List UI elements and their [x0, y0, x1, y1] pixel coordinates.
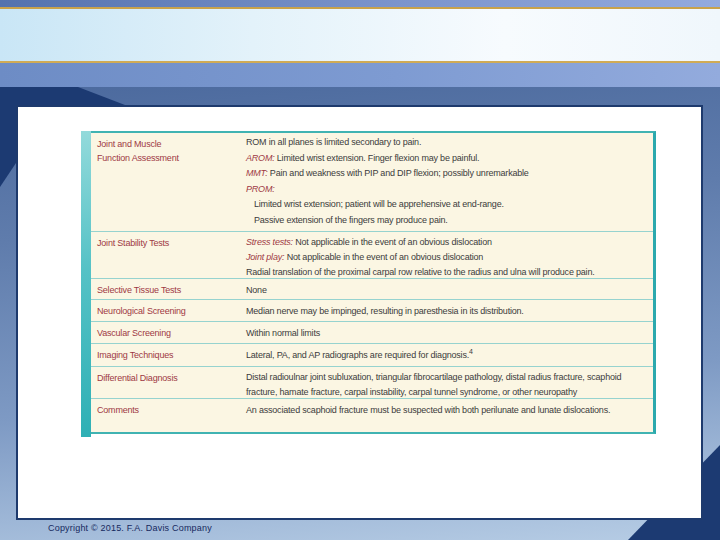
table-text-line: Passive extension of the fingers may pro…	[246, 213, 647, 229]
content-cell: Lateral, PA, and AP radiographs are requ…	[246, 344, 653, 366]
highlight-band	[0, 9, 720, 61]
line-text: Not applicable in the event of an obviou…	[295, 237, 492, 247]
content-cell: ROM in all planes is limited secondary t…	[246, 133, 653, 231]
category-cell: Imaging Techniques	[91, 344, 246, 366]
table-row: Joint and Muscle Function Assessment ROM…	[91, 133, 653, 232]
line-text: Limited wrist extension. Finger flexion …	[277, 153, 480, 163]
category-cell: Neurological Screening	[91, 300, 246, 321]
top-accent-bar	[0, 0, 720, 7]
line-text: Lateral, PA, and AP radiographs are requ…	[246, 350, 469, 360]
line-lead-label: MMT:	[246, 168, 270, 178]
table-text-line: MMT: Pain and weakness with PIP and DIP …	[246, 166, 647, 182]
line-lead-label: Stress tests:	[246, 237, 295, 247]
category-cell: Comments	[91, 399, 246, 425]
line-text: Radial translation of the proximal carpa…	[246, 267, 595, 277]
table-text-line: ROM in all planes is limited secondary t…	[246, 135, 647, 151]
content-cell: Within normal limits	[246, 322, 653, 343]
line-text: Not applicable in the event of an obviou…	[287, 252, 484, 262]
assessment-table-rows: Joint and Muscle Function Assessment ROM…	[91, 133, 653, 425]
table-text-line: None	[246, 283, 647, 298]
table-text-line: Limited wrist extension; patient will be…	[246, 197, 647, 213]
line-text: Passive extension of the fingers may pro…	[254, 215, 448, 225]
line-lead-label: PROM:	[246, 184, 275, 194]
reference-superscript: 4	[469, 348, 473, 355]
table-row: Imaging Techniques Lateral, PA, and AP r…	[91, 344, 653, 367]
content-cell: Distal radioulnar joint subluxation, tri…	[246, 367, 653, 398]
content-cell: An associated scaphoid fracture must be …	[246, 399, 653, 425]
table-text-line: AROM: Limited wrist extension. Finger fl…	[246, 151, 647, 167]
category-cell: Joint Stability Tests	[91, 232, 246, 278]
category-cell: Differential Diagnosis	[91, 367, 246, 398]
line-lead-label: AROM:	[246, 153, 277, 163]
table-text-line: Radial translation of the proximal carpa…	[246, 265, 647, 279]
content-cell: Median nerve may be impinged, resulting …	[246, 300, 653, 321]
table-row: Vascular Screening Within normal limits	[91, 322, 653, 344]
table-row: Comments An associated scaphoid fracture…	[91, 399, 653, 425]
line-text: An associated scaphoid fracture must be …	[246, 405, 610, 415]
table-text-line: Distal radioulnar joint subluxation, tri…	[246, 370, 647, 399]
table-text-line: Within normal limits	[246, 326, 647, 341]
content-cell: None	[246, 279, 653, 299]
category-cell: Vascular Screening	[91, 322, 246, 343]
table-text-line: Stress tests: Not applicable in the even…	[246, 235, 647, 250]
line-text: Pain and weakness with PIP and DIP flexi…	[270, 168, 529, 178]
table-text-line: Median nerve may be impinged, resulting …	[246, 304, 647, 319]
table-row: Selective Tissue Tests None	[91, 279, 653, 300]
table-row: Joint Stability Tests Stress tests: Not …	[91, 232, 653, 279]
assessment-table: Joint and Muscle Function Assessment ROM…	[91, 131, 656, 434]
slide: { "slide": { "copyright": "Copyright © 2…	[0, 0, 720, 540]
line-lead-label: Joint play:	[246, 252, 287, 262]
table-text-line: PROM:	[246, 182, 647, 198]
table-accent-bar	[81, 131, 91, 437]
category-cell: Joint and Muscle Function Assessment	[91, 133, 246, 231]
copyright-text: Copyright © 2015. F.A. Davis Company	[48, 523, 212, 533]
table-row: Differential Diagnosis Distal radioulnar…	[91, 367, 653, 399]
content-cell: Stress tests: Not applicable in the even…	[246, 232, 653, 278]
line-text: Limited wrist extension; patient will be…	[254, 199, 504, 209]
line-text: None	[246, 285, 267, 295]
table-text-line: An associated scaphoid fracture must be …	[246, 403, 647, 418]
header-band	[0, 63, 720, 87]
line-text: Median nerve may be impinged, resulting …	[246, 306, 524, 316]
category-cell: Selective Tissue Tests	[91, 279, 246, 299]
table-text-line: Lateral, PA, and AP radiographs are requ…	[246, 348, 647, 363]
table-row: Neurological Screening Median nerve may …	[91, 300, 653, 322]
table-text-line: Joint play: Not applicable in the event …	[246, 250, 647, 265]
line-text: ROM in all planes is limited secondary t…	[246, 137, 421, 147]
line-text: Within normal limits	[246, 328, 320, 338]
line-text: Distal radioulnar joint subluxation, tri…	[246, 372, 621, 397]
